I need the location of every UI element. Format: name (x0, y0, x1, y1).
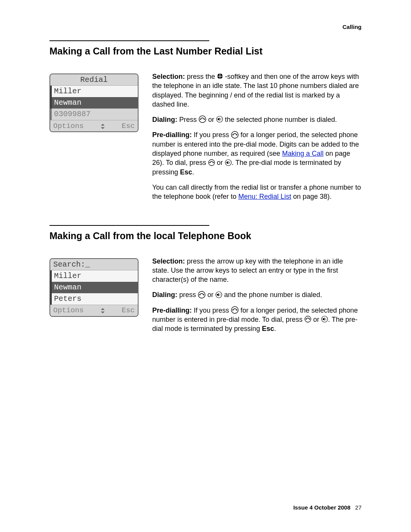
text: and the phone number is dialed. (222, 291, 322, 299)
label-dialing: Dialing: (152, 116, 177, 123)
text: If you press (192, 131, 231, 139)
lcd-softkeys: Options Esc (50, 120, 138, 131)
text: or (206, 116, 216, 123)
lcd-softkey-left: Options (53, 305, 84, 316)
speaker-icon (215, 291, 222, 298)
document-page: Calling Making a Call from the Last Numb… (0, 0, 411, 532)
lcd-softkey-right: Esc (122, 120, 135, 132)
svg-rect-4 (218, 76, 219, 77)
lcd-softkey-right: Esc (122, 305, 135, 316)
label-selection: Selection: (152, 73, 185, 80)
text: or (206, 291, 215, 299)
lcd-redial-column: Redial Miller Newman 03099887 Options Es… (49, 72, 141, 208)
lcd-softkey-left: Options (53, 120, 84, 132)
svg-point-1 (219, 75, 221, 77)
paragraph: Pre-dialling: If you press for a longer … (152, 130, 362, 176)
hook-icon (231, 131, 239, 139)
hook-icon (231, 306, 239, 314)
section-rule (49, 225, 209, 226)
svg-point-14 (209, 162, 210, 163)
lcd-row: Miller (50, 86, 138, 97)
section-phonebook: Search:_ Miller Newman Peters Options Es… (49, 257, 362, 340)
paragraph: You can call directly from the redial li… (152, 183, 362, 201)
svg-point-15 (213, 162, 214, 163)
svg-point-19 (203, 294, 204, 295)
text-esc: Esc (262, 325, 274, 332)
svg-rect-5 (221, 76, 223, 77)
sort-icon (100, 308, 105, 313)
text: or (215, 159, 225, 166)
hook-icon (208, 159, 215, 166)
lcd-phonebook-column: Search:_ Miller Newman Peters Options Es… (49, 257, 141, 340)
speaker-icon (225, 159, 232, 166)
paragraph: Dialing: Press or the selected phone num… (152, 115, 362, 124)
lcd-softkeys: Options Esc (50, 305, 138, 316)
lcd-title: Redial (50, 74, 138, 86)
paragraph: Pre-dialling: If you press for a longer … (152, 306, 362, 334)
lcd-search: Search:_ (50, 259, 138, 270)
speaker-icon (321, 316, 328, 323)
section-title-redial: Making a Call from the Last Number Redia… (49, 46, 362, 57)
text: or (311, 316, 321, 323)
label-selection: Selection: (152, 257, 185, 265)
lcd-row: 03099887 (50, 109, 138, 120)
svg-point-8 (204, 119, 205, 120)
svg-point-7 (200, 119, 201, 120)
speaker-icon (216, 116, 223, 123)
svg-rect-3 (220, 78, 220, 79)
text: on page 38). (291, 193, 331, 200)
text: . (192, 168, 194, 176)
hook-icon (199, 115, 206, 123)
text: the selected phone number is dialed. (223, 116, 337, 123)
svg-point-26 (309, 319, 310, 320)
lcd-phonebook: Search:_ Miller Newman Peters Options Es… (49, 258, 139, 317)
lcd-row: Miller (50, 270, 138, 282)
svg-point-12 (236, 134, 237, 135)
paragraph: Selection: press the arrow up key with t… (152, 257, 362, 284)
paragraph: Selection: press the -softkey and then o… (152, 72, 362, 109)
section-title-phonebook: Making a Call from the local Telephone B… (49, 230, 362, 241)
header-section-label: Calling (342, 24, 362, 30)
label-predialling: Pre-dialling: (152, 307, 192, 314)
link-making-a-call[interactable]: Making a Call (282, 150, 323, 157)
svg-point-11 (232, 134, 233, 135)
page-footer: Issue 4 October 2008 27 (293, 504, 362, 511)
label-predialling: Pre-dialling: (152, 131, 192, 139)
text-esc: Esc (180, 168, 192, 176)
phonebook-text: Selection: press the arrow up key with t… (152, 257, 362, 340)
lcd-row-selected: Newman (50, 282, 138, 293)
svg-point-22 (232, 309, 233, 310)
sort-icon (100, 124, 105, 129)
lcd-row-selected: Newman (50, 97, 138, 109)
label-dialing: Dialing: (152, 291, 177, 299)
footer-issue: Issue 4 October 2008 (293, 504, 350, 511)
lcd-row: Peters (50, 293, 138, 305)
lcd-redial: Redial Miller Newman 03099887 Options Es… (49, 73, 139, 132)
section-rule (49, 40, 209, 41)
hook-icon (198, 291, 206, 299)
redial-text: Selection: press the -softkey and then o… (152, 72, 362, 208)
section-redial: Redial Miller Newman 03099887 Options Es… (49, 72, 362, 208)
text: . (274, 325, 276, 332)
svg-point-18 (199, 294, 200, 295)
text: Press (177, 116, 199, 123)
svg-rect-2 (220, 74, 220, 75)
hook-icon (304, 316, 311, 323)
paragraph: Dialing: press or and the phone number i… (152, 290, 362, 299)
text: press (177, 291, 198, 299)
svg-point-25 (306, 319, 307, 320)
link-menu-redial-list[interactable]: Menu: Redial List (238, 193, 291, 200)
text: If you press (192, 307, 231, 314)
footer-page-number: 27 (355, 504, 362, 511)
svg-point-23 (236, 309, 237, 310)
text: press the (185, 73, 217, 80)
dpad-icon (217, 73, 223, 79)
